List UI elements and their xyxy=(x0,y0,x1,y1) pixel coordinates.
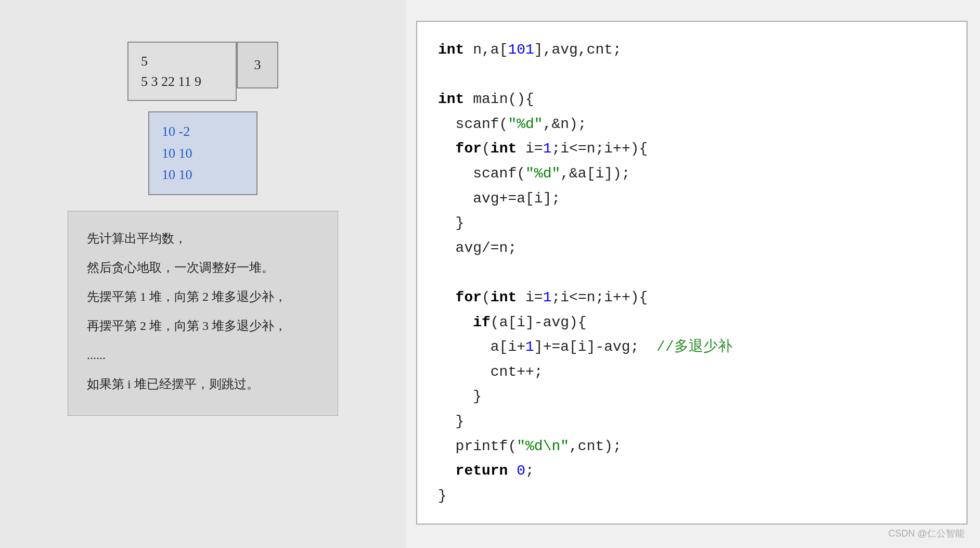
desc-line-4: ...... xyxy=(87,342,319,367)
desc-line-3: 再摆平第 2 堆，向第 3 堆多退少补， xyxy=(87,313,319,338)
desc-line-0: 先计算出平均数， xyxy=(87,226,319,251)
code-line-9: avg/=n; xyxy=(438,236,946,261)
code-line-14: cnt++; xyxy=(438,360,946,385)
desc-line-2: 先摆平第 1 堆，向第 2 堆多退少补， xyxy=(87,284,319,309)
box1-line2: 5 3 22 11 9 xyxy=(141,74,201,89)
box3-line1: 10 -2 xyxy=(162,124,190,139)
desc-line-5: 如果第 i 堆已经摆平，则跳过。 xyxy=(87,372,319,397)
code-line-19: } xyxy=(438,483,946,508)
code-line-2 xyxy=(438,62,946,87)
desc-line-1: 然后贪心地取，一次调整好一堆。 xyxy=(87,255,319,280)
code-line-5: for(int i=1;i<=n;i++){ xyxy=(438,136,946,161)
code-line-6: scanf("%d",&a[i]); xyxy=(438,161,946,186)
input-box-main: 5 5 3 22 11 9 xyxy=(127,42,237,101)
code-line-16: } xyxy=(438,409,946,434)
input-boxes-row: 5 5 3 22 11 9 3 xyxy=(127,42,278,101)
code-line-11: for(int i=1;i<=n;i++){ xyxy=(438,285,946,310)
input-box-side: 3 xyxy=(237,42,278,88)
computation-box: 10 -2 10 10 10 10 xyxy=(148,111,257,195)
left-panel: 5 5 3 22 11 9 3 10 -2 10 10 10 10 先计算出平均… xyxy=(0,0,406,548)
code-line-4: scanf("%d",&n); xyxy=(438,112,946,137)
code-line-17: printf("%d\n",cnt); xyxy=(438,434,946,459)
code-line-8: } xyxy=(438,211,946,236)
box3-line3: 10 10 xyxy=(162,167,192,182)
code-line-15: } xyxy=(438,384,946,409)
box3-line2: 10 10 xyxy=(162,146,192,161)
code-line-3: int main(){ xyxy=(438,87,946,112)
code-line-12: if(a[i]-avg){ xyxy=(438,310,946,335)
description-box: 先计算出平均数， 然后贪心地取，一次调整好一堆。 先摆平第 1 堆，向第 2 堆… xyxy=(68,211,338,416)
code-line-10 xyxy=(438,260,946,285)
code-line-1: int n,a[101],avg,cnt; xyxy=(438,37,946,62)
code-line-18: return 0; xyxy=(438,458,946,483)
watermark: CSDN @仁公智能 xyxy=(888,527,964,540)
box1-line1: 5 xyxy=(141,54,148,69)
code-panel: int n,a[101],avg,cnt; int main(){ scanf(… xyxy=(416,21,968,525)
box2-val: 3 xyxy=(254,57,261,73)
code-line-7: avg+=a[i]; xyxy=(438,186,946,211)
code-line-13: a[i+1]+=a[i]-avg; //多退少补 xyxy=(438,335,946,360)
